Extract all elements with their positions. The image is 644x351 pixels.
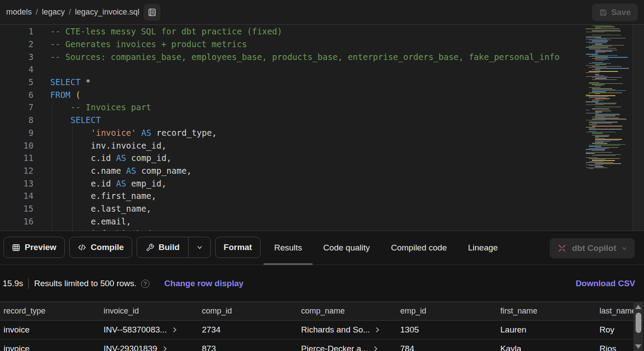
editor-scrollbar-track[interactable] (633, 25, 644, 231)
table-cell: invoice (4, 344, 104, 351)
chevron-down-icon (621, 245, 628, 252)
download-csv-link[interactable]: Download CSV (576, 279, 635, 288)
build-button[interactable]: Build (137, 237, 189, 258)
column-header-comp_id[interactable]: comp_id (202, 306, 301, 316)
table-cell: 873 (202, 344, 301, 351)
build-button-group: Build (137, 237, 211, 258)
table-cell: INV--58370083... (104, 325, 202, 335)
code-line: 8SELECT (0, 114, 644, 127)
column-header-comp_name[interactable]: comp_name (301, 306, 400, 316)
line-number: 2 (0, 39, 34, 49)
table-scrollbar[interactable] (633, 302, 643, 351)
code-line: 14e.first_name, (0, 190, 644, 202)
table-cell: 784 (400, 344, 500, 351)
tab-results[interactable]: Results (264, 232, 313, 265)
code-text: -- Generates invoices + product metrics (50, 39, 247, 49)
line-number: 14 (0, 191, 34, 201)
scroll-down-icon[interactable] (635, 344, 641, 349)
table-cell: Kayla (500, 344, 599, 351)
code-line: 3-- Sources: companies_base, employees_b… (0, 50, 644, 63)
scroll-up-icon[interactable] (635, 305, 641, 309)
build-button-label: Build (159, 243, 180, 252)
code-text: SELECT * (50, 77, 91, 87)
expand-cell-icon[interactable] (373, 345, 378, 351)
save-button[interactable]: Save (592, 4, 638, 21)
breadcrumb-separator: / (69, 7, 71, 17)
wrench-icon (146, 243, 154, 252)
column-header-record_type[interactable]: record_type (4, 306, 104, 316)
code-line: 9'invoice' AS record_type, (0, 127, 644, 139)
line-number: 1 (0, 26, 34, 36)
table-row: invoiceINV-29301839873Pierce-Decker a...… (0, 340, 644, 351)
code-text: c.name AS comp_name, (50, 166, 192, 176)
line-number: 12 (0, 166, 34, 176)
code-text: -- CTE-less messy SQL for dbt practice (… (50, 26, 282, 36)
code-editor[interactable]: 1-- CTE-less messy SQL for dbt practice … (0, 25, 644, 231)
column-header-first_name[interactable]: first_name (500, 306, 599, 316)
code-line: 15e.last_name, (0, 202, 644, 215)
breadcrumb-folder-legacy: legacy (42, 7, 65, 17)
tab-lineage[interactable]: Lineage (458, 232, 509, 265)
indent-guide (52, 101, 52, 231)
expand-cell-icon[interactable] (172, 326, 177, 333)
dbt-copilot-label: dbt Copilot (572, 243, 616, 253)
code-line: 5SELECT * (0, 76, 644, 89)
query-duration: 15.9s (3, 279, 23, 288)
table-cell: INV-29301839 (104, 344, 202, 351)
results-table: record_typeinvoice_idcomp_idcomp_nameemp… (0, 302, 644, 351)
line-number: 5 (0, 77, 34, 87)
line-number: 16 (0, 217, 34, 226)
code-brackets-icon (78, 243, 86, 251)
line-number: 13 (0, 179, 34, 188)
table-cell: Lauren (500, 325, 599, 335)
format-button-label: Format (223, 243, 252, 252)
line-number: 10 (0, 141, 34, 150)
line-number: 3 (0, 52, 34, 62)
table-grid-icon (12, 243, 20, 252)
column-header-emp_id[interactable]: emp_id (400, 306, 500, 316)
compile-button[interactable]: Compile (69, 237, 132, 258)
tab-compiled-code[interactable]: Compiled code (380, 232, 458, 265)
file-outline-button[interactable] (144, 4, 160, 21)
expand-cell-icon[interactable] (375, 326, 380, 333)
table-body: invoiceINV--58370083...2734Richards and … (0, 321, 644, 351)
code-line: 11c.id AS comp_id, (0, 152, 644, 164)
table-scrollbar-thumb[interactable] (636, 313, 641, 333)
chevron-down-icon (196, 244, 203, 251)
code-text: c.id AS comp_id, (50, 153, 171, 163)
action-toolbar: Preview Compile Build F (0, 232, 644, 265)
result-tabs: ResultsCode qualityCompiled codeLineage (264, 232, 508, 265)
column-header-invoice_id[interactable]: invoice_id (104, 306, 202, 316)
code-text: info.birth_date, (50, 229, 171, 231)
code-line: 2-- Generates invoices + product metrics (0, 38, 644, 51)
table-cell: 2734 (202, 325, 301, 335)
code-text: e.id AS emp_id, (50, 179, 167, 188)
indent-guide (72, 127, 73, 231)
table-cell: 1305 (400, 325, 500, 335)
table-cell: invoice (4, 325, 104, 335)
code-text: -- Sources: companies_base, employees_ba… (50, 52, 559, 62)
code-line: 1-- CTE-less messy SQL for dbt practice … (0, 25, 644, 38)
code-line: 12c.name AS comp_name, (0, 164, 644, 177)
help-icon[interactable]: ? (141, 280, 149, 288)
format-button[interactable]: Format (215, 237, 260, 258)
expand-cell-icon[interactable] (163, 345, 167, 351)
change-row-display-link[interactable]: Change row display (164, 279, 243, 288)
breadcrumb-file-name: legacy_invoice.sql (75, 7, 139, 17)
preview-button-label: Preview (25, 243, 56, 252)
dbt-copilot-icon (557, 243, 567, 254)
minimap[interactable] (585, 26, 632, 171)
code-lines: 1-- CTE-less messy SQL for dbt practice … (0, 25, 644, 231)
topbar: models / legacy / legacy_invoice.sql Sav… (0, 0, 644, 25)
preview-button[interactable]: Preview (4, 237, 65, 258)
table-header-row: record_typeinvoice_idcomp_idcomp_nameemp… (0, 302, 644, 321)
table-cell: Richards and So... (301, 325, 400, 335)
code-line: 16e.email, (0, 215, 644, 228)
code-line: 4 (0, 63, 644, 76)
tab-code-quality[interactable]: Code quality (313, 232, 380, 265)
dbt-copilot-button[interactable]: dbt Copilot (550, 238, 635, 258)
table-row: invoiceINV--58370083...2734Richards and … (0, 321, 644, 340)
code-text: e.last_name, (50, 204, 151, 213)
code-line: 17info.birth_date, (0, 228, 644, 231)
build-options-button[interactable] (188, 237, 210, 258)
